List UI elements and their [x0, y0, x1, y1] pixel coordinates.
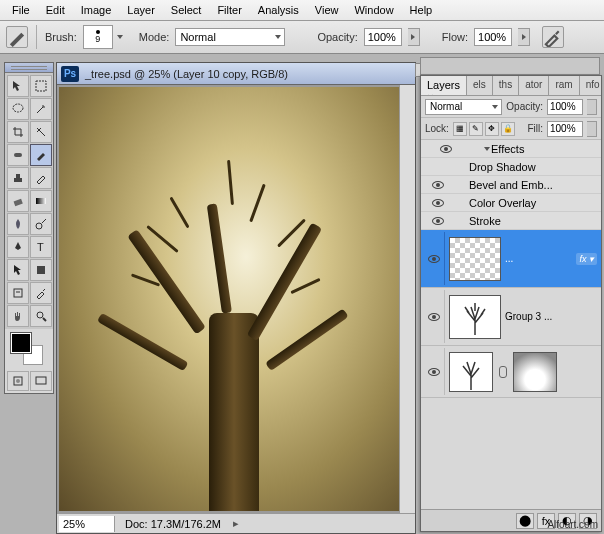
lasso-tool[interactable] [7, 98, 29, 120]
zoom-tool[interactable] [30, 305, 52, 327]
brush-label: Brush: [45, 31, 77, 43]
tool-preset-picker[interactable] [6, 26, 28, 48]
blur-tool[interactable] [7, 213, 29, 235]
layer-thumbnail[interactable] [449, 295, 501, 339]
foreground-color[interactable] [11, 333, 31, 353]
document-titlebar[interactable]: Ps _tree.psd @ 25% (Layer 10 copy, RGB/8… [57, 63, 415, 85]
flow-label: Flow: [442, 31, 468, 43]
menu-file[interactable]: File [4, 1, 38, 19]
canvas[interactable] [59, 87, 399, 511]
wand-tool[interactable] [30, 98, 52, 120]
heal-tool[interactable] [7, 144, 29, 166]
fill-input[interactable]: 100% [547, 121, 583, 137]
dodge-tool[interactable] [30, 213, 52, 235]
svg-line-12 [43, 318, 46, 321]
blend-mode-select[interactable]: Normal [175, 28, 285, 46]
menu-layer[interactable]: Layer [119, 1, 163, 19]
menu-window[interactable]: Window [346, 1, 401, 19]
lock-all-icon[interactable]: 🔒 [501, 122, 515, 136]
layer-thumbnail[interactable] [449, 237, 501, 281]
disclosure-icon[interactable] [484, 147, 490, 151]
tab-layers[interactable]: Layers ✕ [421, 76, 467, 95]
layer-masked[interactable] [421, 346, 601, 398]
svg-rect-2 [14, 153, 22, 157]
eye-icon[interactable] [428, 368, 440, 376]
eye-icon[interactable] [440, 145, 452, 153]
eye-icon[interactable] [428, 255, 440, 263]
blend-opacity-row: Normal Opacity: 100% [421, 96, 601, 118]
eyedropper-tool[interactable] [30, 282, 52, 304]
eye-icon[interactable] [432, 199, 444, 207]
brush-preset-picker[interactable]: 9 [83, 25, 113, 49]
shape-tool[interactable] [30, 259, 52, 281]
notes-tool[interactable] [7, 282, 29, 304]
marquee-tool[interactable] [30, 75, 52, 97]
document-title: _tree.psd @ 25% (Layer 10 copy, RGB/8) [85, 68, 288, 80]
pen-tool[interactable] [7, 236, 29, 258]
slice-tool[interactable] [30, 121, 52, 143]
mask-thumbnail[interactable] [513, 352, 557, 392]
eraser-tool[interactable] [7, 190, 29, 212]
lock-position-icon[interactable]: ✥ [485, 122, 499, 136]
fill-stepper[interactable] [587, 121, 597, 137]
menu-image[interactable]: Image [73, 1, 120, 19]
hand-tool[interactable] [7, 305, 29, 327]
svg-point-11 [37, 312, 43, 318]
brush-tool[interactable] [30, 144, 52, 166]
svg-rect-0 [36, 81, 46, 91]
airbrush-toggle[interactable] [542, 26, 564, 48]
screenmode-toggle[interactable] [30, 371, 52, 391]
opacity-stepper[interactable] [587, 99, 597, 115]
layer-group[interactable]: Group 3 ... [421, 288, 601, 346]
menu-filter[interactable]: Filter [209, 1, 249, 19]
panel-dock-tabs[interactable] [420, 57, 600, 75]
zoom-input[interactable]: 25% [59, 516, 115, 532]
menu-edit[interactable]: Edit [38, 1, 73, 19]
menu-help[interactable]: Help [402, 1, 441, 19]
crop-tool[interactable] [7, 121, 29, 143]
lock-fill-row: Lock: ▦ ✎ ✥ 🔒 Fill: 100% [421, 118, 601, 140]
move-tool[interactable] [7, 75, 29, 97]
layer-opacity-input[interactable]: 100% [547, 99, 583, 115]
tab-navigator[interactable]: ator [519, 76, 549, 95]
fx-stroke[interactable]: Stroke [421, 212, 601, 230]
tab-info[interactable]: nfo [580, 76, 601, 95]
opacity-arrow[interactable] [408, 28, 420, 46]
gradient-tool[interactable] [30, 190, 52, 212]
type-tool[interactable]: T [30, 236, 52, 258]
menu-select[interactable]: Select [163, 1, 210, 19]
svg-text:T: T [37, 241, 44, 253]
effects-header[interactable]: Effects [421, 140, 601, 158]
layer-blend-mode[interactable]: Normal [425, 99, 502, 115]
history-brush-tool[interactable] [30, 167, 52, 189]
menu-analysis[interactable]: Analysis [250, 1, 307, 19]
tab-channels[interactable]: els [467, 76, 493, 95]
flow-arrow[interactable] [518, 28, 530, 46]
path-select-tool[interactable] [7, 259, 29, 281]
eye-icon[interactable] [428, 313, 440, 321]
vertical-scrollbar[interactable] [399, 85, 415, 513]
layer-thumbnail[interactable] [449, 352, 493, 392]
fx-color-overlay[interactable]: Color Overlay [421, 194, 601, 212]
tab-paths[interactable]: ths [493, 76, 519, 95]
menu-view[interactable]: View [307, 1, 347, 19]
tree-artwork [59, 151, 399, 511]
tab-histogram[interactable]: ram [549, 76, 579, 95]
lock-transparency-icon[interactable]: ▦ [453, 122, 467, 136]
toolbox-header[interactable] [5, 63, 53, 73]
link-layers-button[interactable]: ⬤ [516, 513, 534, 529]
stamp-tool[interactable] [7, 167, 29, 189]
eye-icon[interactable] [432, 181, 444, 189]
eye-icon[interactable] [432, 217, 444, 225]
opacity-input[interactable]: 100% [364, 28, 402, 46]
quickmask-toggle[interactable] [7, 371, 29, 391]
lock-pixels-icon[interactable]: ✎ [469, 122, 483, 136]
fx-badge[interactable]: fx ▾ [576, 253, 597, 265]
color-swatches[interactable] [5, 329, 53, 369]
fx-bevel[interactable]: Bevel and Emb... [421, 176, 601, 194]
layer-selected[interactable]: ... fx ▾ [421, 230, 601, 288]
status-arrow-icon[interactable]: ▸ [233, 517, 239, 530]
fx-drop-shadow[interactable]: Drop Shadow [421, 158, 601, 176]
link-icon[interactable] [499, 366, 507, 378]
flow-input[interactable]: 100% [474, 28, 512, 46]
